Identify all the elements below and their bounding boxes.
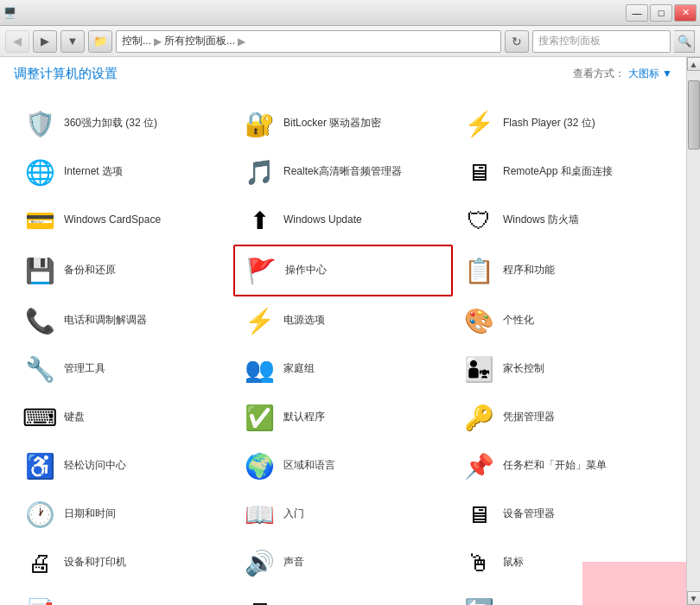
item-label-parentalcontrol: 家长控制 [503, 362, 544, 376]
item-icon-personalize: 🎨 [461, 303, 496, 338]
item-label-devicemanager: 设备管理器 [503, 507, 555, 521]
item-label-flashplayer: Flash Player (32 位) [503, 117, 595, 131]
scroll-up-arrow[interactable]: ▲ [687, 57, 701, 71]
control-item-360[interactable]: 🛡️ 360强力卸载 (32 位) [14, 99, 233, 148]
item-icon-firewall: 🛡 [461, 203, 496, 238]
control-item-parentalcontrol[interactable]: 👨‍👧 家长控制 [453, 345, 672, 393]
main-area: 调整计算机的设置 查看方式： 大图标 ▼ 🛡️ 360强力卸载 (32 位) 🔐… [0, 57, 700, 605]
back-button[interactable]: ◀ [5, 30, 29, 53]
control-item-homegroup[interactable]: 👥 家庭组 [233, 345, 453, 393]
folder-icon: 📁 [88, 30, 112, 53]
view-by-label: 查看方式： [573, 67, 625, 81]
item-icon-notifyicons: 🖥 [242, 594, 277, 605]
search-button[interactable]: 🔍 [674, 30, 695, 53]
title-bar: 🖥️ — □ ✕ [0, 0, 700, 26]
item-label-homegroup: 家庭组 [283, 362, 315, 376]
item-icon-indexoptions: 📑 [22, 594, 57, 605]
item-icon-credentials: 🔑 [461, 400, 496, 435]
scroll-down-arrow[interactable]: ▼ [687, 591, 701, 605]
item-icon-flashplayer: ⚡ [461, 106, 496, 141]
view-by-value[interactable]: 大图标 ▼ [628, 67, 672, 81]
item-label-phone: 电话和调制解调器 [64, 314, 147, 328]
item-label-admintools: 管理工具 [64, 362, 105, 376]
item-icon-defaultprograms: ✅ [242, 400, 277, 435]
breadcrumb-sep2: ▶ [238, 35, 245, 48]
item-icon-devices: 🖨 [22, 545, 57, 580]
restore-button[interactable]: □ [650, 4, 672, 22]
item-icon-windowsupdate: ⬆ [242, 203, 277, 238]
control-item-taskbar[interactable]: 📌 任务栏和「开始」菜单 [453, 442, 672, 490]
search-input[interactable]: 搜索控制面板 [532, 30, 671, 53]
item-label-personalize: 个性化 [503, 314, 534, 328]
control-item-keyboard[interactable]: ⌨ 键盘 [14, 393, 233, 442]
control-item-sound[interactable]: 🔊 声音 [233, 538, 453, 587]
item-icon-taskbar: 📌 [461, 449, 496, 483]
address-bar: ◀ ▶ ▼ 📁 控制... ▶ 所有控制面板... ▶ ↻ 搜索控制面板 🔍 [0, 26, 700, 57]
item-label-cardspace: Windows CardSpace [64, 213, 161, 227]
control-item-internet[interactable]: 🌐 Internet 选项 [14, 148, 233, 196]
item-label-backup: 备份和还原 [64, 264, 116, 277]
breadcrumb-part2: 所有控制面板... [164, 34, 235, 48]
control-item-getstarted[interactable]: 📖 入门 [233, 490, 453, 538]
control-item-realtek[interactable]: 🎵 Realtek高清晰音频管理器 [233, 148, 453, 196]
control-item-firewall[interactable]: 🛡 Windows 防火墙 [453, 196, 672, 245]
control-item-windowsupdate[interactable]: ⬆ Windows Update [233, 196, 453, 245]
control-item-power[interactable]: ⚡ 电源选项 [233, 296, 453, 345]
control-item-bitlocker[interactable]: 🔐 BitLocker 驱动器加密 [233, 99, 453, 148]
item-label-power: 电源选项 [283, 314, 325, 328]
item-icon-360: 🛡️ [22, 106, 57, 141]
scrollbar[interactable]: ▲ ▼ [686, 57, 700, 605]
item-label-credentials: 凭据管理器 [503, 411, 555, 424]
content-header: 调整计算机的设置 查看方式： 大图标 ▼ [14, 66, 672, 87]
control-item-programs[interactable]: 📋 程序和功能 [453, 245, 672, 296]
control-item-phone[interactable]: 📞 电话和调制解调器 [14, 296, 233, 345]
control-item-defaultprograms[interactable]: ✅ 默认程序 [233, 393, 453, 442]
item-icon-cardspace: 💳 [22, 203, 57, 238]
refresh-button[interactable]: ↻ [505, 30, 529, 53]
control-item-datetime[interactable]: 🕐 日期和时间 [14, 490, 233, 538]
forward-button[interactable]: ▶ [33, 30, 57, 53]
control-item-backup[interactable]: 💾 备份和还原 [14, 245, 233, 296]
scroll-track[interactable] [687, 71, 701, 591]
control-item-devicemanager[interactable]: 🖥 设备管理器 [453, 490, 672, 538]
item-label-region: 区域和语言 [283, 459, 335, 473]
item-label-remoteapp: RemoteApp 和桌面连接 [503, 165, 613, 179]
control-item-easyaccess[interactable]: ♿ 轻松访问中心 [14, 442, 233, 490]
page-title: 调整计算机的设置 [14, 66, 118, 82]
item-icon-parentalcontrol: 👨‍👧 [461, 352, 496, 386]
item-icon-synccenter: 🔄 [461, 594, 496, 605]
item-icon-datetime: 🕐 [22, 497, 57, 532]
breadcrumb[interactable]: 控制... ▶ 所有控制面板... ▶ [116, 30, 501, 53]
breadcrumb-sep1: ▶ [154, 35, 162, 48]
item-label-datetime: 日期和时间 [64, 507, 116, 521]
item-label-keyboard: 键盘 [64, 411, 85, 424]
breadcrumb-part1: 控制... [122, 34, 151, 48]
control-item-flashplayer[interactable]: ⚡ Flash Player (32 位) [453, 99, 672, 148]
item-icon-sound: 🔊 [242, 545, 277, 580]
item-label-mouse: 鼠标 [503, 556, 524, 570]
item-icon-realtek: 🎵 [242, 155, 277, 189]
control-item-credentials[interactable]: 🔑 凭据管理器 [453, 393, 672, 442]
close-button[interactable]: ✕ [674, 4, 697, 22]
minimize-button[interactable]: — [626, 4, 648, 22]
control-item-notifyicons[interactable]: 🖥 通知区域图标 [233, 587, 453, 605]
items-grid: 🛡️ 360强力卸载 (32 位) 🔐 BitLocker 驱动器加密 ⚡ Fl… [14, 99, 672, 605]
item-icon-devicemanager: 🖥 [461, 497, 496, 532]
control-item-devices[interactable]: 🖨 设备和打印机 [14, 538, 233, 587]
control-item-cardspace[interactable]: 💳 Windows CardSpace [14, 196, 233, 245]
control-item-admintools[interactable]: 🔧 管理工具 [14, 345, 233, 393]
item-icon-region: 🌍 [242, 449, 277, 483]
item-icon-programs: 📋 [461, 253, 496, 288]
item-label-defaultprograms: 默认程序 [283, 411, 325, 424]
control-item-region[interactable]: 🌍 区域和语言 [233, 442, 453, 490]
control-item-personalize[interactable]: 🎨 个性化 [453, 296, 672, 345]
item-label-devices: 设备和打印机 [64, 556, 126, 570]
item-icon-remoteapp: 🖥 [461, 155, 496, 189]
control-item-indexoptions[interactable]: 📑 索引选项 [14, 587, 233, 605]
scroll-thumb[interactable] [688, 80, 700, 150]
item-label-realtek: Realtek高清晰音频管理器 [283, 165, 402, 179]
dropdown-button[interactable]: ▼ [60, 30, 85, 53]
item-icon-phone: 📞 [22, 303, 57, 338]
control-item-actioncenter[interactable]: 🚩 操作中心 [233, 245, 453, 296]
control-item-remoteapp[interactable]: 🖥 RemoteApp 和桌面连接 [453, 148, 672, 196]
